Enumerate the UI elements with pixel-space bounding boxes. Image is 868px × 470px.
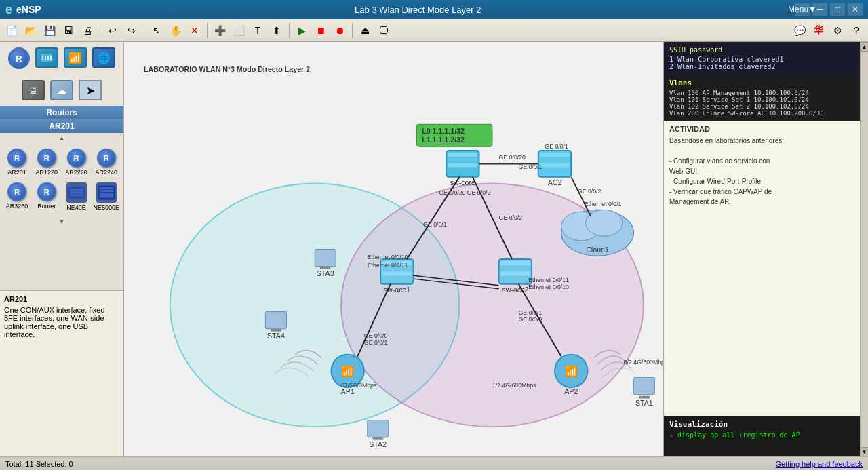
hand-btn[interactable]: ✋ — [167, 22, 184, 39]
status-total: Total: 11 Selected: 0 — [5, 460, 73, 468]
scroll-bottom-btn[interactable]: ▼ — [861, 447, 869, 456]
svg-rect-12 — [100, 193, 113, 195]
save-btn[interactable]: 💾 — [41, 22, 58, 39]
actividad-section: ACTIVIDAD Basándose en laboratorios ante… — [664, 121, 860, 416]
help-btn[interactable]: ? — [848, 22, 865, 39]
close-button[interactable]: ✕ — [848, 3, 863, 16]
open-btn[interactable]: 📂 — [22, 22, 39, 39]
sep2 — [144, 23, 144, 38]
device-list-container: ▲ R AR201 R AR1220 R AR2220 — [0, 133, 123, 290]
export-btn[interactable]: ⏏ — [356, 22, 374, 39]
ne5000e-label: NE5000E — [93, 204, 119, 211]
select-btn[interactable]: ↖ — [148, 22, 165, 39]
svg-text:📶: 📶 — [565, 365, 578, 378]
svg-rect-6 — [70, 189, 83, 191]
ar2220-label: AR2220 — [65, 169, 87, 176]
redo-btn[interactable]: ↪ — [123, 22, 140, 39]
router-icon: R — [37, 182, 56, 201]
left-panel: R 📶 🌐 🖥 ☁ ➤ — [0, 42, 124, 456]
category-arrow[interactable]: ➤ — [77, 77, 103, 103]
settings-btn[interactable]: ⚙ — [829, 22, 846, 39]
svg-text:6/2.4G/600Mbps: 6/2.4G/600Mbps — [624, 359, 663, 366]
toolbar: 📄 📂 💾 🖫 🖨 ↩ ↪ ↖ ✋ ✕ ➕ ⬜ T ⬆ ▶ ⏹ ⏺ ⏏ 🖵 💬 … — [0, 19, 868, 42]
menu-button[interactable]: Menu▼ — [795, 3, 810, 16]
device-ne5000e[interactable]: NE5000E — [92, 180, 121, 214]
vlans-section: Vlans Vlan 100 AP Management 10.100.100.… — [664, 75, 860, 121]
ar1220-icon: R — [37, 149, 56, 168]
device-ne40e[interactable]: NE40E — [62, 180, 91, 214]
svg-text:GE 0/0/1: GE 0/0/1 — [364, 339, 388, 346]
undo-btn[interactable]: ↩ — [104, 22, 121, 39]
play-btn[interactable]: ▶ — [293, 22, 311, 39]
ssid-section: SSID password 1 Wlan-Corporativa clavere… — [664, 42, 860, 75]
svg-text:GE 0/0/2: GE 0/0/2 — [578, 188, 601, 195]
svg-text:STA2: STA2 — [369, 440, 387, 448]
save-as-btn[interactable]: 🖫 — [60, 22, 77, 39]
app-name: eNSP — [16, 4, 41, 15]
category-row: R 📶 🌐 — [0, 42, 123, 75]
device-router[interactable]: R Router — [33, 180, 61, 214]
device-ar3260[interactable]: R AR3260 — [3, 180, 31, 214]
add-link-btn[interactable]: ➕ — [211, 22, 229, 39]
ar201-icon: R — [7, 149, 26, 168]
svg-rect-8 — [70, 194, 83, 196]
device-ar2220[interactable]: R AR2220 — [62, 146, 91, 178]
category-globe[interactable]: 🌐 — [91, 45, 117, 72]
svg-rect-20 — [448, 153, 477, 157]
category-router[interactable]: R — [7, 45, 31, 72]
svg-rect-51 — [501, 271, 530, 275]
svg-text:Ethernet 0/0/11: Ethernet 0/0/11 — [368, 262, 408, 269]
svg-text:GE 0/0/20  GE 0/0/2: GE 0/0/20 GE 0/0/2 — [439, 189, 490, 196]
ne5000e-icon — [96, 182, 117, 203]
svg-text:STA4: STA4 — [267, 332, 285, 340]
ar2240-icon: R — [97, 149, 116, 168]
svg-rect-11 — [100, 190, 113, 192]
ar3260-label: AR3260 — [6, 203, 28, 210]
svg-rect-83 — [271, 329, 281, 332]
device-ar1220[interactable]: R AR1220 — [33, 146, 61, 178]
text-btn[interactable]: T — [249, 22, 267, 39]
fullscreen-btn[interactable]: 🖵 — [375, 22, 393, 39]
svg-text:LABORATORIO WLAN Nº3 Modo Dire: LABORATORIO WLAN Nº3 Modo Directo Layer … — [144, 65, 310, 73]
svg-text:L0 1.1.1.1/32: L0 1.1.1.1/32 — [422, 127, 465, 135]
category-switch[interactable] — [34, 45, 60, 72]
canvas-area[interactable]: L0 1.1.1.1/32 L1 1.1.1.2/32 sw-core GE 0… — [124, 42, 663, 456]
new-btn[interactable]: 📄 — [3, 22, 20, 39]
svg-rect-26 — [540, 153, 570, 157]
category-cloud[interactable]: ☁ — [49, 77, 75, 103]
record-btn[interactable]: ⏺ — [331, 22, 349, 39]
vlan-row1: Vlan 100 AP Management 10.100.100.0/24 — [669, 90, 854, 96]
sep1 — [100, 23, 100, 38]
delete-btn[interactable]: ✕ — [186, 22, 203, 39]
help-link[interactable]: Getting help and feedback — [776, 460, 863, 468]
svg-rect-49 — [501, 261, 530, 265]
scroll-down[interactable]: ▼ — [0, 216, 123, 227]
rect-btn[interactable]: ⬜ — [230, 22, 248, 39]
chat-btn[interactable]: 💬 — [791, 22, 808, 39]
print-btn[interactable]: 🖨 — [79, 22, 96, 39]
info-text: One CON/AUX interface, fixed 8FE interfa… — [4, 306, 119, 338]
viz-text: - display ap all (registro de AP — [669, 431, 854, 439]
category-pc[interactable]: 🖥 — [20, 77, 46, 103]
device-ar2240[interactable]: R AR2240 — [92, 146, 121, 178]
ssid-row2: 2 Wlan-Invitados clavered2 — [669, 63, 854, 71]
window-title: Lab 3 Wlan Direct Mode Layer 2 — [355, 5, 481, 15]
scroll-top-btn[interactable]: ▲ — [861, 42, 869, 52]
scroll-up[interactable]: ▲ — [0, 133, 123, 143]
svg-rect-7 — [70, 191, 83, 193]
category-wireless[interactable]: 📶 — [62, 45, 88, 72]
svg-text:GE 0/0/1: GE 0/0/1 — [519, 163, 542, 170]
svg-text:STA3: STA3 — [317, 269, 334, 277]
restore-button[interactable]: □ — [830, 3, 845, 16]
minimize-button[interactable]: ─ — [812, 3, 827, 16]
network-diagram: L0 1.1.1.1/32 L1 1.1.1.2/32 sw-core GE 0… — [124, 42, 663, 456]
vlan-row3: Vlan 102 Service Set 2 10.100.102.0/24 — [669, 103, 854, 110]
huawei-btn[interactable]: 华 — [810, 22, 827, 39]
device-scroll[interactable]: ▲ R AR201 R AR1220 R AR2220 — [0, 133, 123, 290]
stop-btn[interactable]: ⏹ — [312, 22, 330, 39]
svg-text:sw-acc2: sw-acc2 — [502, 286, 528, 294]
device-ar201[interactable]: R AR201 — [3, 146, 31, 178]
import-btn[interactable]: ⬆ — [268, 22, 285, 39]
svg-rect-50 — [501, 267, 530, 271]
svg-rect-79 — [315, 250, 336, 267]
